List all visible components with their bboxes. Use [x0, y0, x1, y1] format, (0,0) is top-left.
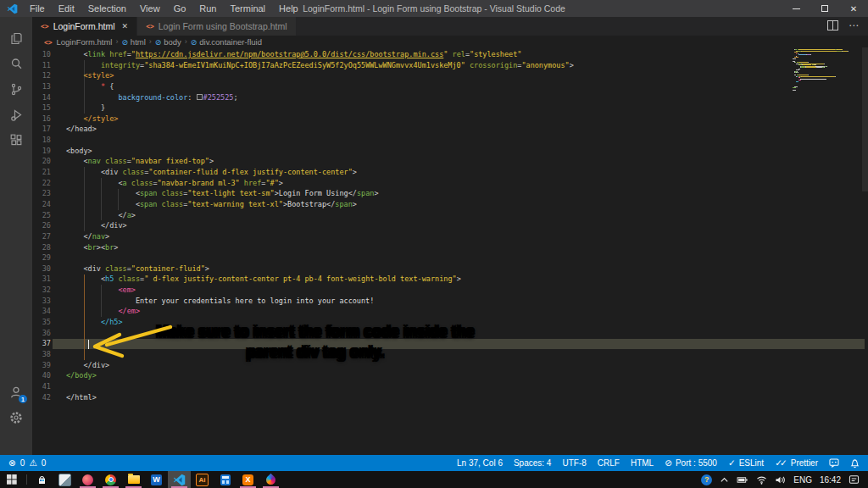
settings-gear-icon[interactable] [0, 405, 32, 430]
explorer-icon[interactable] [0, 25, 32, 51]
taskbar-app-chrome[interactable] [99, 471, 122, 488]
code-line[interactable]: 28 <br><br> [32, 242, 868, 253]
status-bell[interactable] [850, 458, 860, 469]
volume-icon[interactable] [775, 475, 786, 485]
breadcrumb-item-html[interactable]: ⊘ html [121, 37, 145, 47]
tab-close-icon[interactable]: ✕ [122, 22, 129, 30]
code-line[interactable]: 12 <style> [32, 70, 868, 81]
menu-terminal[interactable]: Terminal [224, 0, 273, 17]
show-hidden-icons[interactable] [720, 475, 729, 485]
taskbar-app-word[interactable]: W [145, 471, 168, 488]
menu-view[interactable]: View [133, 0, 167, 17]
taskbar-app-color-drop[interactable] [259, 471, 282, 488]
menu-go[interactable]: Go [167, 0, 193, 17]
minimap-line [826, 66, 827, 67]
status-port-5500[interactable]: ⊘Port : 5500 [665, 458, 717, 468]
code-token: class [118, 274, 140, 283]
taskbar-app-file-explorer[interactable] [122, 471, 145, 488]
wifi-icon[interactable] [756, 475, 767, 485]
code-token: > [209, 157, 214, 165]
code-line-content: Enter your credentials here to login int… [66, 296, 374, 307]
source-control-icon[interactable] [0, 76, 32, 102]
close-button[interactable]: ✕ [839, 0, 868, 17]
status-html[interactable]: HTML [631, 458, 654, 468]
code-token: background-color [118, 93, 187, 102]
split-editor-icon[interactable] [827, 20, 838, 30]
menu-selection[interactable]: Selection [81, 0, 133, 17]
taskbar-app-paint-3d[interactable] [76, 471, 99, 488]
code-line[interactable]: 23 <span class="text-light text-sm">Logi… [32, 188, 868, 199]
restore-button[interactable] [810, 0, 839, 17]
code-line[interactable]: 21 <div class="container-fluid d-flex ju… [32, 167, 868, 178]
code-token: > [123, 221, 127, 230]
status-feedback[interactable] [829, 458, 839, 468]
menu-edit[interactable]: Edit [52, 0, 81, 17]
more-actions-icon[interactable]: ⋯ [849, 21, 860, 30]
code-line[interactable]: 15 } [32, 103, 868, 114]
start-button[interactable] [0, 471, 23, 488]
tab-loginform.html[interactable]: <>LoginForm.html✕ [32, 17, 137, 36]
code-line[interactable]: 24 <span class="text-warning text-xl">Bo… [32, 199, 868, 210]
tab-login-form-using-bootstrap.html[interactable]: <>Login Form using Bootstrap.html [137, 17, 296, 36]
run-debug-icon[interactable] [0, 102, 32, 127]
status-utf-8[interactable]: UTF-8 [562, 458, 586, 468]
status-prettier[interactable]: ✓✓Prettier [775, 458, 818, 468]
code-line[interactable]: 17</head> [32, 124, 868, 135]
taskbar-app-calculator[interactable] [214, 471, 236, 488]
code-line[interactable]: 31 <h5 class=" d-flex justify-content-ce… [32, 274, 868, 285]
code-line[interactable]: 41 [32, 381, 868, 392]
action-center-icon[interactable] [849, 474, 860, 485]
status-crlf[interactable]: CRLF [598, 458, 620, 468]
breadcrumb-item-file[interactable]: <> LoginForm.html [44, 37, 112, 47]
minimap-line [793, 90, 796, 91]
code-line[interactable]: 30 <div class="container-fluid"> [32, 263, 868, 274]
breadcrumb-item-div-container-fluid[interactable]: ⊘ div.container-fluid [191, 37, 262, 47]
code-line[interactable]: 26 </div> [32, 220, 868, 231]
taskbar-app-illustrator[interactable]: Ai [191, 471, 214, 488]
code-line[interactable]: 16 </style> [32, 114, 868, 125]
code-token: "navbar fixed-top" [131, 157, 209, 165]
code-line[interactable]: 39 </div> [32, 360, 868, 371]
code-line[interactable]: 34 </em> [32, 306, 868, 317]
code-line[interactable]: 20 <nav class="navbar fixed-top"> [32, 156, 868, 167]
code-line[interactable]: 19<body> [32, 146, 868, 157]
help-tray-icon[interactable]: ? [701, 474, 712, 485]
code-line[interactable]: 32 <em> [32, 285, 868, 296]
taskbar-app-ms-store[interactable] [31, 471, 53, 488]
menu-help[interactable]: Help [272, 0, 305, 17]
taskbar-app-vs-code[interactable] [168, 471, 191, 488]
status-eslint[interactable]: ✓ESLint [728, 458, 764, 468]
menu-file[interactable]: File [23, 0, 52, 17]
code-line[interactable]: 40</body> [32, 370, 868, 381]
extensions-icon[interactable] [0, 127, 32, 152]
code-line[interactable]: 14 background-color: #252525; [32, 92, 868, 103]
code-line[interactable]: 33 Enter your credentials here to login … [32, 296, 868, 307]
code-line[interactable]: 13 * { [32, 81, 868, 92]
clock[interactable]: 16:42 [820, 475, 841, 485]
code-line[interactable]: 11 integrity="sha384-wEmeIV1mKuiNpC+IOBj… [32, 60, 868, 71]
problems-status[interactable]: ⊗0⚠0 [8, 458, 46, 468]
code-line[interactable]: 25 </a> [32, 210, 868, 221]
code-token: > [353, 200, 357, 208]
minimap[interactable] [793, 49, 860, 117]
code-line[interactable]: 10 <link href="https://cdn.jsdelivr.net/… [32, 49, 868, 60]
accounts-icon[interactable]: 1 [0, 380, 32, 405]
code-line[interactable]: 22 <a class="navbar-brand ml-3" href="#"… [32, 178, 868, 189]
code-editor[interactable]: 10 <link href="https://cdn.jsdelivr.net/… [32, 47, 868, 455]
battery-icon[interactable] [737, 475, 748, 485]
code-line[interactable]: 29 [32, 252, 868, 263]
code-line[interactable]: 27 </nav> [32, 231, 868, 242]
breadcrumb-item-body[interactable]: ⊘ body [155, 37, 181, 47]
status-spaces-4[interactable]: Spaces: 4 [514, 458, 551, 468]
status-bar: ⊗0⚠0 Ln 37, Col 6Spaces: 4UTF-8CRLFHTML⊘… [0, 455, 868, 471]
editor-scrollbar[interactable] [862, 47, 868, 191]
code-line[interactable]: 18 [32, 135, 868, 146]
taskbar-app-photos[interactable] [53, 471, 76, 488]
menu-run[interactable]: Run [192, 0, 223, 17]
status-ln-37-col-6[interactable]: Ln 37, Col 6 [457, 458, 503, 468]
minimize-button[interactable] [782, 0, 810, 17]
taskbar-app-xampp[interactable]: X [236, 471, 259, 488]
language-indicator[interactable]: ENG [793, 475, 812, 485]
code-line[interactable]: 42</html> [32, 392, 868, 403]
search-icon[interactable] [0, 51, 32, 76]
